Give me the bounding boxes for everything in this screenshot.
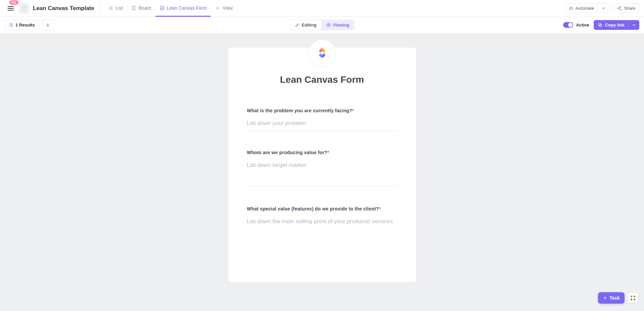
svg-rect-16 [634,299,635,300]
automate-dropdown[interactable] [598,3,610,13]
chevron-down-icon [601,6,606,11]
separator [99,5,99,12]
svg-point-6 [571,8,572,9]
share-icon [617,6,622,11]
svg-point-9 [620,9,621,10]
tab-label: View [222,5,233,11]
tab-board[interactable]: Board [127,0,155,17]
top-bar: 201 Lean Canvas Template List Board Lean… [0,0,644,17]
results-label: 1 Results [15,22,35,27]
automate-button[interactable]: Automate [565,3,598,13]
tab-label: List [115,5,123,11]
download-icon [45,22,50,27]
svg-rect-15 [631,299,632,300]
svg-point-10 [328,24,329,26]
copy-icon [598,22,603,27]
clickup-logo-icon [315,46,329,60]
view-tabs: List Board Lean Canvas Form View [104,0,237,16]
field-input-special-value[interactable] [247,216,397,242]
mode-toggle: Editing Viewing [290,20,354,30]
svg-rect-1 [132,6,136,10]
results-icon [8,22,13,27]
share-button[interactable]: Share [613,3,639,13]
active-label: Active [576,22,589,27]
share-label: Share [624,6,636,11]
form-canvas: Lean Canvas Form What is the problem you… [0,34,644,311]
form-title: Lean Canvas Form [247,74,397,85]
mode-viewing[interactable]: Viewing [321,20,354,30]
apps-button[interactable] [628,293,638,303]
menu-button[interactable]: 201 [5,2,17,14]
form-logo [309,40,336,66]
page-title: Lean Canvas Template [33,5,94,12]
chevron-down-icon [632,22,637,27]
space-icon[interactable] [19,3,30,14]
download-button[interactable] [42,19,54,31]
field-label: What is the problem you are currently fa… [247,108,397,113]
results-button[interactable]: 1 Results [5,20,39,30]
floating-actions: Task [598,292,638,304]
svg-rect-13 [631,296,632,297]
copy-link-label: Copy link [605,22,625,27]
tab-label: Lean Canvas Form [167,5,207,11]
svg-rect-4 [569,7,573,9]
field-input-value-for[interactable] [247,160,397,186]
svg-point-8 [617,8,618,9]
field-label: What special value (features) do we prov… [247,206,397,211]
sub-bar: 1 Results Editing Viewing Active Copy li [0,17,644,34]
top-right-actions: Automate Share [565,3,639,13]
task-label: Task [609,295,620,301]
grid-icon [630,295,636,301]
plus-icon [603,296,607,300]
board-icon [131,5,137,11]
loading-circle-icon [21,5,27,11]
list-icon [108,5,113,11]
form-field-value-for: Whom are we producing value for?* [247,150,397,187]
notification-badge: 201 [9,0,18,5]
plus-icon [215,5,220,11]
eye-icon [326,22,331,27]
svg-rect-3 [160,6,163,10]
robot-icon [568,6,574,11]
tab-add-view[interactable]: View [211,0,237,17]
copy-link-dropdown[interactable] [629,20,639,30]
copy-link-button[interactable]: Copy link [594,20,629,30]
mode-editing[interactable]: Editing [290,20,321,30]
form-field-special-value: What special value (features) do we prov… [247,206,397,244]
svg-point-0 [22,6,26,10]
svg-point-5 [570,8,571,9]
tab-list[interactable]: List [104,0,127,17]
pencil-icon [295,22,300,27]
form-field-problem: What is the problem you are currently fa… [247,108,397,131]
field-input-problem[interactable] [247,118,397,131]
active-toggle[interactable] [563,22,573,28]
mode-editing-label: Editing [302,22,316,27]
active-toggle-wrap: Active [563,22,589,28]
hamburger-icon [7,5,14,12]
new-task-button[interactable]: Task [598,292,625,304]
tab-label: Board [139,5,151,11]
svg-point-7 [620,6,621,7]
automate-label: Automate [576,6,594,11]
field-label: Whom are we producing value for?* [247,150,397,155]
form-icon [159,5,165,11]
tab-lean-canvas-form[interactable]: Lean Canvas Form [155,0,211,17]
form-card: Lean Canvas Form What is the problem you… [228,48,416,282]
mode-viewing-label: Viewing [333,22,349,27]
svg-rect-14 [634,296,635,297]
